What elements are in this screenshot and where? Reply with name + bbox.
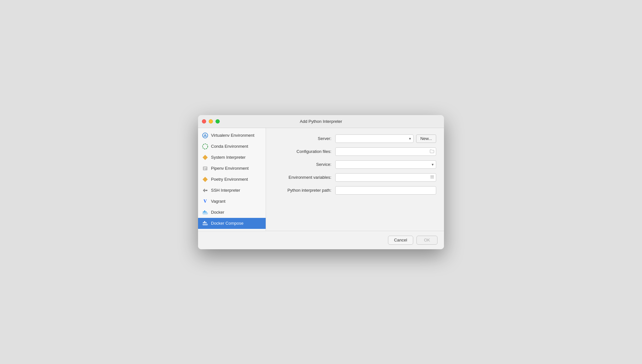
sidebar-item-vagrant[interactable]: V Vagrant	[198, 196, 266, 207]
server-row: Server: New...	[274, 134, 436, 143]
service-row: Service:	[274, 160, 436, 169]
svg-rect-18	[205, 222, 206, 223]
svg-rect-4	[203, 166, 207, 170]
service-field	[335, 160, 436, 169]
sidebar-item-system[interactable]: System Interpreter	[198, 152, 266, 163]
traffic-lights	[202, 119, 220, 123]
sidebar-item-virtualenv[interactable]: Virtualenv Environment	[198, 130, 266, 141]
svg-point-2	[203, 144, 208, 149]
docker-icon	[202, 209, 208, 216]
svg-rect-19	[204, 221, 205, 222]
minimize-button[interactable]	[209, 119, 213, 123]
service-dropdown-wrapper	[335, 160, 436, 169]
service-label: Service:	[274, 162, 335, 167]
sidebar-item-conda-label: Conda Environment	[211, 144, 248, 149]
python-path-field: python	[335, 186, 436, 195]
svg-rect-15	[203, 224, 208, 225]
python-path-input[interactable]: python	[335, 186, 436, 195]
svg-rect-11	[203, 211, 204, 212]
vagrant-icon: V	[202, 198, 208, 205]
config-files-input-wrapper	[335, 147, 436, 156]
server-label: Server:	[274, 136, 335, 141]
virtualenv-icon	[202, 132, 208, 139]
ok-button[interactable]: OK	[416, 236, 437, 245]
env-vars-label: Environment variables:	[274, 175, 335, 180]
config-files-input[interactable]	[335, 147, 436, 156]
svg-rect-9	[205, 190, 207, 191]
sidebar-item-ssh-label: SSH Interpreter	[211, 188, 240, 193]
system-icon	[202, 154, 208, 161]
svg-rect-12	[204, 211, 205, 212]
server-field: New...	[335, 134, 436, 143]
sidebar-item-poetry-label: Poetry Environment	[211, 177, 248, 182]
conda-icon	[202, 143, 208, 150]
dialog-body: Virtualenv Environment Conda Environment	[198, 128, 444, 231]
sidebar-item-docker[interactable]: Docker	[198, 207, 266, 218]
svg-rect-5	[204, 167, 206, 168]
sidebar-item-docker-compose[interactable]: Docker Compose	[198, 218, 266, 229]
svg-marker-7	[203, 177, 208, 182]
env-vars-field	[335, 173, 436, 182]
config-files-row: Configuration files:	[274, 147, 436, 156]
sidebar-item-conda[interactable]: Conda Environment	[198, 141, 266, 152]
service-dropdown[interactable]	[335, 160, 436, 169]
add-python-interpreter-dialog: Add Python Interpreter Virtualenv Enviro…	[198, 115, 444, 249]
title-bar: Add Python Interpreter	[198, 115, 444, 128]
env-vars-input[interactable]	[335, 173, 436, 182]
sidebar: Virtualenv Environment Conda Environment	[198, 128, 266, 231]
svg-marker-1	[203, 134, 207, 137]
poetry-icon	[202, 176, 208, 183]
server-new-button[interactable]: New...	[416, 134, 436, 143]
sidebar-item-poetry[interactable]: Poetry Environment	[198, 174, 266, 185]
sidebar-item-pipenv-label: Pipenv Environment	[211, 166, 249, 171]
svg-rect-16	[203, 222, 204, 223]
python-path-row: Python interpreter path: python	[274, 186, 436, 195]
sidebar-item-docker-compose-label: Docker Compose	[211, 221, 243, 226]
dialog-title: Add Python Interpreter	[300, 119, 342, 124]
server-dropdown-wrapper	[335, 134, 414, 143]
svg-rect-6	[204, 169, 205, 169]
env-vars-row: Environment variables:	[274, 173, 436, 182]
cancel-button[interactable]: Cancel	[388, 236, 413, 245]
maximize-button[interactable]	[216, 119, 220, 123]
pipenv-icon	[202, 165, 208, 172]
sidebar-item-pipenv[interactable]: Pipenv Environment	[198, 163, 266, 174]
main-content: Server: New... Configuration files:	[266, 128, 444, 231]
env-vars-input-wrapper	[335, 173, 436, 182]
config-files-label: Configuration files:	[274, 149, 335, 154]
sidebar-item-docker-label: Docker	[211, 210, 224, 215]
ssh-icon	[202, 187, 208, 194]
svg-rect-17	[204, 222, 205, 223]
config-files-field	[335, 147, 436, 156]
svg-rect-14	[204, 210, 205, 211]
svg-marker-8	[203, 188, 205, 192]
svg-rect-13	[205, 211, 206, 212]
svg-rect-10	[203, 212, 208, 214]
sidebar-item-vagrant-label: Vagrant	[211, 199, 226, 204]
close-button[interactable]	[202, 119, 206, 123]
server-dropdown[interactable]	[335, 134, 414, 143]
svg-marker-3	[203, 155, 208, 160]
docker-compose-icon	[202, 220, 208, 227]
sidebar-item-system-label: System Interpreter	[211, 155, 246, 160]
python-path-label: Python interpreter path:	[274, 188, 335, 193]
sidebar-item-ssh[interactable]: SSH Interpreter	[198, 185, 266, 196]
sidebar-item-virtualenv-label: Virtualenv Environment	[211, 133, 254, 138]
dialog-footer: Cancel OK	[198, 231, 444, 249]
